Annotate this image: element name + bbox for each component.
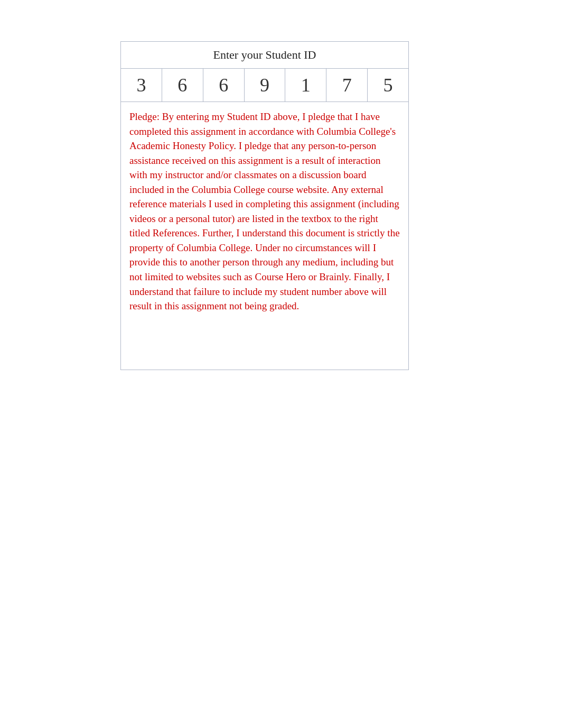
digit-7[interactable]: 5 bbox=[368, 69, 408, 102]
student-id-card: Enter your Student ID 3 6 6 9 1 7 5 Pled… bbox=[120, 41, 409, 370]
digit-1[interactable]: 3 bbox=[121, 69, 162, 102]
digit-4[interactable]: 9 bbox=[245, 69, 286, 102]
digit-2[interactable]: 6 bbox=[162, 69, 203, 102]
header-label: Enter your Student ID bbox=[213, 48, 316, 61]
card-header: Enter your Student ID bbox=[121, 42, 408, 69]
digit-5[interactable]: 1 bbox=[285, 69, 326, 102]
pledge-text: Pledge: By entering my Student ID above,… bbox=[121, 102, 408, 370]
digit-6[interactable]: 7 bbox=[326, 69, 368, 102]
digit-3[interactable]: 6 bbox=[203, 69, 245, 102]
digit-row: 3 6 6 9 1 7 5 bbox=[121, 69, 408, 102]
